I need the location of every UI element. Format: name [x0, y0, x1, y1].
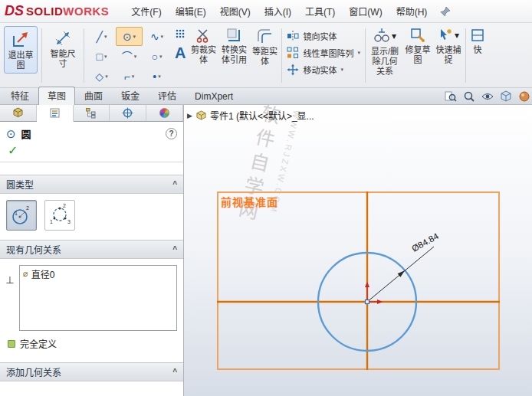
quick-snaps-button[interactable]: ▾ 快速捕捉	[433, 25, 464, 86]
offset-entities-button[interactable]: 等距实体	[249, 25, 280, 86]
fully-defined-label: 完全定义	[20, 337, 57, 350]
logo-text-works: WORKS	[63, 5, 109, 18]
zoom-icon[interactable]	[462, 90, 475, 103]
tab-evaluate[interactable]: 评估	[149, 87, 186, 104]
existing-relations-content: ⊥ ⌀ 直径0	[0, 259, 183, 334]
circle-icon: ⊙	[123, 31, 132, 42]
menu-edit[interactable]: 编辑(E)	[169, 0, 213, 22]
tab-dimxpert[interactable]: DimXpert	[186, 89, 242, 104]
linear-sketch-pattern-button[interactable]: 线性草图阵列 ▾	[287, 47, 360, 59]
sketch-overlay: Ø84.84	[184, 105, 531, 396]
menu-help[interactable]: 帮助(H)	[389, 0, 435, 22]
exit-sketch-label: 退出草图	[8, 51, 34, 70]
pin-menu-icon[interactable]	[440, 6, 451, 17]
convert-entities-button[interactable]: 转换实体引用	[218, 25, 249, 86]
smart-dimension-button[interactable]: 智能尺寸	[46, 26, 80, 72]
view-settings-icon[interactable]	[481, 90, 494, 103]
section-view-icon[interactable]	[499, 90, 512, 103]
move-entities-label: 移动实体	[303, 64, 337, 76]
section-existing-relations[interactable]: 现有几何关系 ^	[0, 240, 183, 259]
arc-tool-button[interactable]: ⌒▾	[116, 47, 143, 66]
tab-surfaces[interactable]: 曲面	[75, 87, 112, 104]
confirm-button[interactable]: ✓	[0, 144, 183, 162]
section-add-relations[interactable]: 添加几何关系 ^	[0, 362, 183, 381]
mirror-entities-button[interactable]: 镜向实体	[287, 30, 360, 42]
polygon-tool-button[interactable]: ◇▾	[88, 67, 115, 86]
circle-center-point[interactable]	[366, 300, 369, 304]
dropdown-icon: ▾	[161, 34, 164, 40]
exit-sketch-button[interactable]: 退出草图	[4, 26, 38, 74]
repair-sketch-label: 修复草图	[405, 45, 431, 65]
part-icon	[196, 110, 206, 120]
dropdown-icon: ▾	[104, 54, 107, 60]
text-tool-button[interactable]: A	[175, 45, 186, 61]
dropdown-icon: ▾	[105, 74, 108, 80]
clipped-tool-button[interactable]: 快	[468, 25, 488, 86]
diameter-dimension-text[interactable]: Ø84.84	[410, 231, 440, 254]
tab-features[interactable]: 特征	[2, 87, 38, 104]
line-tool-button[interactable]: ╱▾	[88, 27, 115, 46]
menu-view[interactable]: 视图(V)	[213, 0, 258, 22]
ribbon-separator	[84, 28, 84, 83]
configuration-manager-tab[interactable]	[74, 105, 110, 121]
dimxpert-manager-tab[interactable]	[110, 105, 146, 121]
move-entities-button[interactable]: 移动实体 ▾	[287, 64, 360, 76]
point-tool-button[interactable]: •▾	[143, 67, 170, 86]
origin-y-arrowhead	[365, 282, 369, 287]
menu-tools[interactable]: 工具(T)	[298, 0, 342, 22]
smart-dimension-icon	[54, 29, 72, 47]
mirror-entities-icon	[287, 30, 299, 42]
relation-list-item[interactable]: ⌀ 直径0	[20, 266, 176, 282]
display-relations-label: 显示/删除几何关系	[369, 47, 400, 77]
display-relations-icon	[373, 28, 390, 44]
menu-file[interactable]: 文件(F)	[124, 0, 168, 22]
dropdown-icon: ▾	[133, 34, 136, 40]
repair-sketch-button[interactable]: 修复草图	[402, 25, 433, 86]
feature-manager-icon	[12, 107, 24, 119]
collapse-chevron-icon: ^	[172, 368, 177, 376]
svg-text:2: 2	[26, 205, 29, 211]
solidworks-logo: DS SOLIDWORKS	[5, 3, 109, 19]
circle-tool-button[interactable]: ⊙▾	[116, 27, 143, 46]
perimeter-circle-type-button[interactable]: 2 1 3	[44, 200, 75, 231]
display-manager-tab[interactable]	[146, 105, 183, 121]
quick-snaps-label: 快速捕捉	[435, 45, 461, 65]
logo-text-solid: SOLID	[26, 5, 63, 18]
ellipse-tool-button[interactable]: ○▾	[143, 47, 170, 66]
trim-entities-button[interactable]: 剪裁实体	[188, 25, 218, 86]
dropdown-icon: ▾	[134, 54, 137, 60]
dropdown-icon: ▾	[392, 31, 396, 41]
fully-defined-icon	[8, 340, 15, 348]
dropdown-icon: ▾	[159, 54, 163, 60]
menu-window[interactable]: 窗口(W)	[342, 0, 389, 22]
sketch-pattern-mini-icon[interactable]	[175, 28, 186, 39]
center-circle-type-button[interactable]: 2 1	[6, 200, 37, 231]
tab-sketch[interactable]: 草图	[38, 87, 75, 105]
rectangle-tool-button[interactable]: □▾	[88, 47, 115, 66]
relations-list[interactable]: ⌀ 直径0	[19, 265, 177, 331]
menu-insert[interactable]: 插入(I)	[258, 0, 298, 22]
help-icon[interactable]: ?	[166, 128, 177, 139]
sketch-fillet-tool-button[interactable]: ⌐▾	[116, 67, 143, 86]
search-doc-icon[interactable]	[444, 90, 457, 103]
offset-entities-icon	[256, 28, 273, 44]
menu-bar: DS SOLIDWORKS 文件(F) 编辑(E) 视图(V) 插入(I) 工具…	[0, 0, 532, 23]
property-manager-tab[interactable]	[37, 105, 74, 122]
appearance-icon[interactable]	[517, 90, 530, 103]
dropdown-icon: ▾	[357, 50, 360, 56]
tree-expand-icon[interactable]: ▶	[187, 112, 192, 119]
tree-root-item[interactable]: 零件1 (默认<<默认>_显...	[210, 109, 314, 122]
feature-manager-tab[interactable]	[0, 105, 37, 121]
section-circle-type[interactable]: 圆类型 ^	[0, 175, 183, 194]
sketch-ribbon: 退出草图 智能尺寸 ╱▾ ⊙▾	[0, 23, 532, 88]
solidworks-window: DS SOLIDWORKS 文件(F) 编辑(E) 视图(V) 插入(I) 工具…	[0, 0, 532, 396]
graphics-area[interactable]: WWW.RJZXW.COM 软件自学网 ▶ 零件1 (默认<<默认>_显... …	[184, 105, 532, 396]
spline-tool-button[interactable]: ∿▾	[143, 27, 170, 46]
linear-pattern-label: 线性草图阵列	[303, 47, 353, 59]
convert-entities-icon	[226, 28, 241, 43]
section-existing-relations-label: 现有几何关系	[6, 243, 61, 256]
display-delete-relations-button[interactable]: ▾ 显示/删除几何关系	[367, 25, 402, 86]
ribbon-separator	[465, 28, 466, 83]
tab-sheet-metal[interactable]: 钣金	[112, 87, 149, 104]
circle-tool-icon: ⊙	[6, 128, 16, 139]
